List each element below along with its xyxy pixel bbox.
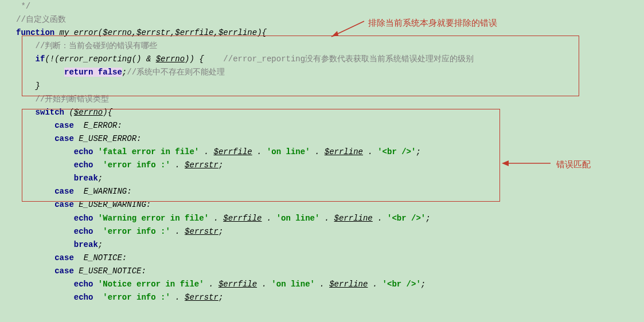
code-line: echo 'fatal error in file' . $errfile . …: [16, 146, 644, 159]
code-line: case E_WARNING:: [16, 185, 644, 198]
code-line: return false;//系统中不存在则不能处理: [16, 66, 644, 79]
code-line: }: [16, 80, 644, 93]
code-block: */ //自定义函数 function my_error($errno,$err…: [0, 0, 644, 304]
code-line: if(!(error_reporting() & $errno)) { //er…: [16, 53, 644, 66]
code-line: echo 'error info :' . $errstr;: [16, 159, 644, 172]
code-line: break;: [16, 172, 644, 185]
code-line: switch ($errno){: [16, 106, 644, 119]
code-line: echo 'error info :' . $errstr;: [16, 291, 644, 304]
code-line: case E_USER_WARNING:: [16, 198, 644, 211]
code-line: echo 'Notice error in file' . $errfile .…: [16, 278, 644, 291]
code-line: break;: [16, 238, 644, 252]
annotation-right: 错误匹配: [556, 158, 591, 172]
code-line: case E_NOTICE:: [16, 252, 644, 265]
code-line: case E_ERROR:: [16, 119, 644, 132]
code-line: //自定义函数: [16, 13, 644, 26]
code-line: //开始判断错误类型: [16, 93, 644, 106]
code-line: echo 'error info :' . $errstr;: [16, 225, 644, 238]
annotation-top: 排除当前系统本身就要排除的错误: [368, 16, 497, 30]
code-line: function my_error($errno,$errstr,$errfil…: [16, 26, 644, 40]
code-line: case E_USER_NOTICE:: [16, 265, 644, 278]
code-line: echo 'Warning error in file' . $errfile …: [16, 212, 644, 225]
code-line: //判断：当前会碰到的错误有哪些: [16, 40, 644, 53]
code-line: */: [16, 0, 644, 13]
code-line: case E_USER_ERROR:: [16, 132, 644, 146]
